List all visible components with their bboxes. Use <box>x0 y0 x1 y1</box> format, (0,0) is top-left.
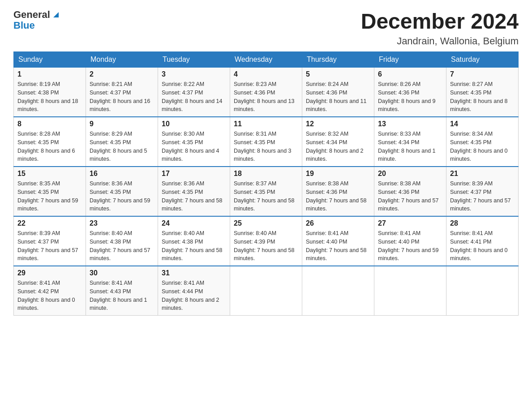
calendar-table: Sunday Monday Tuesday Wednesday Thursday… <box>13 51 519 316</box>
day-info: Sunrise: 8:26 AM Sunset: 4:36 PM Dayligh… <box>378 80 442 114</box>
day-info: Sunrise: 8:22 AM Sunset: 4:37 PM Dayligh… <box>162 80 226 114</box>
day-info: Sunrise: 8:40 AM Sunset: 4:38 PM Dayligh… <box>90 229 154 263</box>
day-info: Sunrise: 8:24 AM Sunset: 4:36 PM Dayligh… <box>306 80 370 114</box>
day-info: Sunrise: 8:33 AM Sunset: 4:34 PM Dayligh… <box>378 130 442 163</box>
calendar-cell: 16 Sunrise: 8:36 AM Sunset: 4:35 PM Dayl… <box>86 167 158 216</box>
calendar-cell: 4 Sunrise: 8:23 AM Sunset: 4:36 PM Dayli… <box>230 68 302 117</box>
calendar-cell: 25 Sunrise: 8:40 AM Sunset: 4:39 PM Dayl… <box>230 216 302 266</box>
day-number: 4 <box>234 70 298 78</box>
day-number: 18 <box>234 170 298 178</box>
calendar-week-row: 1 Sunrise: 8:19 AM Sunset: 4:38 PM Dayli… <box>14 68 519 117</box>
svg-marker-0 <box>53 12 59 17</box>
day-number: 6 <box>378 70 442 78</box>
day-info: Sunrise: 8:36 AM Sunset: 4:35 PM Dayligh… <box>90 180 154 213</box>
calendar-cell: 27 Sunrise: 8:41 AM Sunset: 4:40 PM Dayl… <box>374 216 446 266</box>
day-info: Sunrise: 8:41 AM Sunset: 4:42 PM Dayligh… <box>17 279 82 313</box>
day-info: Sunrise: 8:27 AM Sunset: 4:35 PM Dayligh… <box>450 80 515 114</box>
calendar-cell: 10 Sunrise: 8:30 AM Sunset: 4:35 PM Dayl… <box>158 117 230 167</box>
day-number: 7 <box>450 70 515 78</box>
day-number: 10 <box>162 120 226 128</box>
header-thursday: Thursday <box>302 52 374 68</box>
day-number: 1 <box>17 70 82 78</box>
logo: General Blue <box>13 9 61 32</box>
calendar-cell: 18 Sunrise: 8:37 AM Sunset: 4:35 PM Dayl… <box>230 167 302 216</box>
calendar-cell: 17 Sunrise: 8:36 AM Sunset: 4:35 PM Dayl… <box>158 167 230 216</box>
day-number: 12 <box>306 120 370 128</box>
day-number: 21 <box>450 170 515 178</box>
logo-blue: Blue <box>13 20 61 31</box>
day-number: 31 <box>162 269 226 277</box>
calendar-cell: 29 Sunrise: 8:41 AM Sunset: 4:42 PM Dayl… <box>14 266 86 316</box>
day-number: 27 <box>378 219 442 227</box>
day-info: Sunrise: 8:38 AM Sunset: 4:36 PM Dayligh… <box>306 180 370 213</box>
header-tuesday: Tuesday <box>158 52 230 68</box>
day-info: Sunrise: 8:23 AM Sunset: 4:36 PM Dayligh… <box>234 80 298 114</box>
logo-triangle-icon <box>51 10 61 20</box>
day-info: Sunrise: 8:28 AM Sunset: 4:35 PM Dayligh… <box>17 130 82 163</box>
calendar-cell: 6 Sunrise: 8:26 AM Sunset: 4:36 PM Dayli… <box>374 68 446 117</box>
day-number: 14 <box>450 120 515 128</box>
calendar-cell: 9 Sunrise: 8:29 AM Sunset: 4:35 PM Dayli… <box>86 117 158 167</box>
day-number: 25 <box>234 219 298 227</box>
calendar-cell <box>446 266 519 316</box>
calendar-cell: 11 Sunrise: 8:31 AM Sunset: 4:35 PM Dayl… <box>230 117 302 167</box>
day-number: 23 <box>90 219 154 227</box>
day-number: 13 <box>378 120 442 128</box>
calendar-cell: 1 Sunrise: 8:19 AM Sunset: 4:38 PM Dayli… <box>14 68 86 117</box>
day-number: 22 <box>17 219 82 227</box>
day-info: Sunrise: 8:40 AM Sunset: 4:39 PM Dayligh… <box>234 229 298 263</box>
day-info: Sunrise: 8:39 AM Sunset: 4:37 PM Dayligh… <box>450 180 515 213</box>
day-info: Sunrise: 8:35 AM Sunset: 4:35 PM Dayligh… <box>17 180 82 213</box>
day-info: Sunrise: 8:37 AM Sunset: 4:35 PM Dayligh… <box>234 180 298 213</box>
day-info: Sunrise: 8:31 AM Sunset: 4:35 PM Dayligh… <box>234 130 298 163</box>
calendar-cell: 28 Sunrise: 8:41 AM Sunset: 4:41 PM Dayl… <box>446 216 519 266</box>
day-number: 30 <box>90 269 154 277</box>
header-sunday: Sunday <box>14 52 86 68</box>
day-number: 26 <box>306 219 370 227</box>
day-number: 3 <box>162 70 226 78</box>
day-info: Sunrise: 8:29 AM Sunset: 4:35 PM Dayligh… <box>90 130 154 163</box>
day-number: 29 <box>17 269 82 277</box>
calendar-cell <box>302 266 374 316</box>
day-number: 11 <box>234 120 298 128</box>
day-info: Sunrise: 8:38 AM Sunset: 4:36 PM Dayligh… <box>378 180 442 213</box>
header-friday: Friday <box>374 52 446 68</box>
day-number: 20 <box>378 170 442 178</box>
calendar-cell: 15 Sunrise: 8:35 AM Sunset: 4:35 PM Dayl… <box>14 167 86 216</box>
month-title: December 2024 <box>361 9 519 34</box>
calendar-week-row: 8 Sunrise: 8:28 AM Sunset: 4:35 PM Dayli… <box>14 117 519 167</box>
calendar-cell: 8 Sunrise: 8:28 AM Sunset: 4:35 PM Dayli… <box>14 117 86 167</box>
calendar-cell: 3 Sunrise: 8:22 AM Sunset: 4:37 PM Dayli… <box>158 68 230 117</box>
day-info: Sunrise: 8:19 AM Sunset: 4:38 PM Dayligh… <box>17 80 82 114</box>
day-info: Sunrise: 8:30 AM Sunset: 4:35 PM Dayligh… <box>162 130 226 163</box>
calendar-cell: 7 Sunrise: 8:27 AM Sunset: 4:35 PM Dayli… <box>446 68 519 117</box>
day-info: Sunrise: 8:32 AM Sunset: 4:34 PM Dayligh… <box>306 130 370 163</box>
location-subtitle: Jandrain, Wallonia, Belgium <box>361 35 519 47</box>
day-info: Sunrise: 8:34 AM Sunset: 4:35 PM Dayligh… <box>450 130 515 163</box>
day-number: 8 <box>17 120 82 128</box>
calendar-cell: 20 Sunrise: 8:38 AM Sunset: 4:36 PM Dayl… <box>374 167 446 216</box>
title-area: December 2024 Jandrain, Wallonia, Belgiu… <box>361 9 519 47</box>
day-info: Sunrise: 8:39 AM Sunset: 4:37 PM Dayligh… <box>17 229 82 263</box>
calendar-cell: 31 Sunrise: 8:41 AM Sunset: 4:44 PM Dayl… <box>158 266 230 316</box>
day-info: Sunrise: 8:36 AM Sunset: 4:35 PM Dayligh… <box>162 180 226 213</box>
day-info: Sunrise: 8:41 AM Sunset: 4:41 PM Dayligh… <box>450 229 515 263</box>
header: General Blue December 2024 Jandrain, Wal… <box>13 9 519 47</box>
calendar-cell: 30 Sunrise: 8:41 AM Sunset: 4:43 PM Dayl… <box>86 266 158 316</box>
day-number: 15 <box>17 170 82 178</box>
day-info: Sunrise: 8:41 AM Sunset: 4:40 PM Dayligh… <box>306 229 370 263</box>
calendar-cell: 12 Sunrise: 8:32 AM Sunset: 4:34 PM Dayl… <box>302 117 374 167</box>
header-row: Sunday Monday Tuesday Wednesday Thursday… <box>14 52 519 68</box>
calendar-cell: 24 Sunrise: 8:40 AM Sunset: 4:38 PM Dayl… <box>158 216 230 266</box>
calendar-cell: 13 Sunrise: 8:33 AM Sunset: 4:34 PM Dayl… <box>374 117 446 167</box>
calendar-cell: 5 Sunrise: 8:24 AM Sunset: 4:36 PM Dayli… <box>302 68 374 117</box>
calendar-week-row: 29 Sunrise: 8:41 AM Sunset: 4:42 PM Dayl… <box>14 266 519 316</box>
day-info: Sunrise: 8:41 AM Sunset: 4:40 PM Dayligh… <box>378 229 442 263</box>
calendar-week-row: 22 Sunrise: 8:39 AM Sunset: 4:37 PM Dayl… <box>14 216 519 266</box>
calendar-cell: 21 Sunrise: 8:39 AM Sunset: 4:37 PM Dayl… <box>446 167 519 216</box>
calendar-week-row: 15 Sunrise: 8:35 AM Sunset: 4:35 PM Dayl… <box>14 167 519 216</box>
day-number: 2 <box>90 70 154 78</box>
day-info: Sunrise: 8:41 AM Sunset: 4:43 PM Dayligh… <box>90 279 154 313</box>
calendar-cell: 26 Sunrise: 8:41 AM Sunset: 4:40 PM Dayl… <box>302 216 374 266</box>
day-number: 17 <box>162 170 226 178</box>
